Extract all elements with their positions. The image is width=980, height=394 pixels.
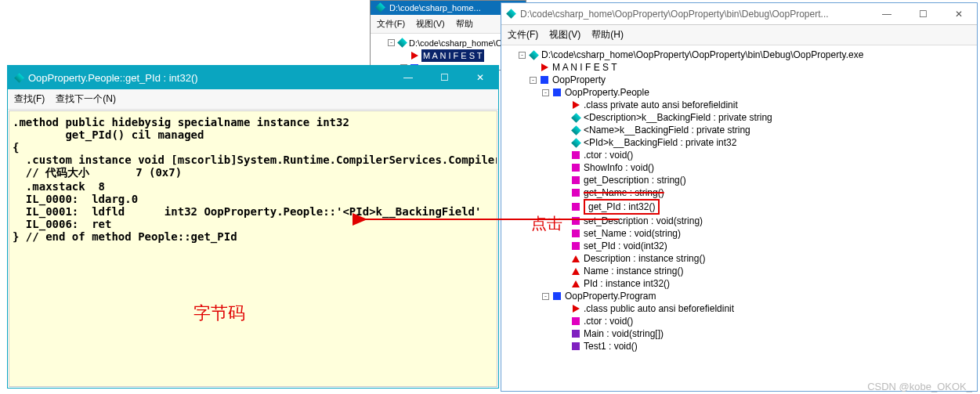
tree-item-member[interactable]: set_Description : void(string)	[584, 215, 703, 227]
class-icon	[553, 89, 561, 96]
tree-toggle[interactable]: -	[530, 77, 537, 84]
tree-item-manifest[interactable]: M A N I F E S T	[421, 49, 484, 62]
cyan-icon	[571, 125, 581, 136]
tree-item-member[interactable]: Main : void(string[])	[584, 327, 664, 340]
menu-help[interactable]: 帮助(H)	[591, 28, 624, 42]
class-icon	[553, 292, 561, 300]
triangle-icon	[541, 63, 548, 71]
tree-item-class-program[interactable]: OopProperty.Program	[565, 290, 656, 302]
tree-item-member[interactable]: .class private auto ansi beforefieldinit	[584, 99, 738, 111]
magenta-icon	[572, 217, 580, 225]
annotation-click: 点击	[531, 213, 562, 234]
menu-view[interactable]: 视图(V)	[549, 28, 580, 42]
tree-item-member[interactable]: Test1 : void()	[584, 340, 638, 352]
red-tri-r-icon	[573, 305, 580, 313]
tree-item-class-people[interactable]: OopProperty.People	[565, 86, 649, 99]
magenta-icon	[572, 176, 580, 184]
window-ildasm-tree: D:\code\csharp_home\OopProperty\OopPrope…	[501, 2, 978, 392]
tree-item-member[interactable]: get_PId : int32()	[584, 199, 660, 215]
maximize-button[interactable]: ☐	[905, 3, 941, 25]
window-il-code: OopProperty.People::get_PId : int32() — …	[7, 65, 499, 389]
red-tri-r-icon	[573, 101, 580, 109]
magenta-icon	[572, 189, 580, 197]
diamond-icon	[529, 50, 539, 60]
menu-file[interactable]: 文件(F)	[377, 18, 405, 30]
cyan-icon	[571, 113, 581, 123]
tree[interactable]: - D:\code\csharp_home\OopProperty\OopPro…	[501, 45, 977, 356]
minimize-button[interactable]: —	[390, 67, 426, 89]
app-icon	[506, 9, 516, 19]
tree-item-member[interactable]: set_Name : void(string)	[584, 227, 681, 240]
tree-item-member[interactable]: ShowInfo : void()	[584, 161, 654, 174]
magenta-icon	[572, 151, 580, 159]
tree-item-member[interactable]: Description : instance string()	[584, 252, 705, 265]
tree-toggle[interactable]: -	[542, 293, 549, 300]
menu-file[interactable]: 文件(F)	[508, 28, 538, 42]
menu-view[interactable]: 视图(V)	[416, 18, 445, 30]
app-icon	[375, 2, 385, 13]
tree-item-member[interactable]: <Description>k__BackingField : private s…	[584, 111, 772, 124]
tree-item-member[interactable]: get_Name : string()	[584, 186, 664, 199]
annotation-bytecode: 字节码	[193, 302, 245, 325]
magenta-icon	[572, 164, 580, 172]
magenta-icon	[572, 230, 580, 237]
red-tri-icon	[572, 268, 580, 275]
tree-item-member[interactable]: Name : instance string()	[584, 265, 683, 277]
menubar: 查找(F) 查找下一个(N)	[8, 89, 498, 110]
window-controls: — ☐ ✕	[390, 67, 498, 89]
tree-toggle[interactable]: -	[519, 52, 526, 59]
menu-findnext[interactable]: 查找下一个(N)	[56, 92, 116, 106]
tree-item-member[interactable]: PId : instance int32()	[584, 277, 670, 290]
window-title: D:\code\csharp_home\OopProperty\OopPrope…	[520, 9, 864, 20]
titlebar[interactable]: OopProperty.People::get_PId : int32() — …	[8, 66, 498, 89]
maximize-button[interactable]: ☐	[426, 67, 462, 89]
app-icon	[14, 73, 24, 83]
minimize-button[interactable]: —	[869, 3, 905, 25]
menu-help[interactable]: 帮助	[456, 18, 473, 30]
tree-item-member[interactable]: set_PId : void(int32)	[584, 240, 667, 252]
diamond-icon	[397, 38, 407, 48]
tree-root[interactable]: D:\code\csharp_home\OopProperty\OopPrope…	[541, 49, 863, 61]
il-code-area[interactable]: .method public hidebysig specialname ins…	[9, 110, 497, 387]
tree-item-member[interactable]: get_Description : string()	[584, 174, 686, 186]
tree-item-member[interactable]: .ctor : void()	[584, 315, 633, 327]
window-title: OopProperty.People::get_PId : int32()	[28, 72, 385, 84]
titlebar[interactable]: D:\code\csharp_home\OopProperty\OopPrope…	[501, 3, 977, 25]
tree-item-member[interactable]: .class public auto ansi beforefieldinit	[584, 302, 734, 315]
purple-icon	[572, 342, 580, 350]
purple-icon	[572, 330, 580, 338]
menubar: 文件(F) 视图(V) 帮助(H)	[501, 25, 977, 45]
tree-item-member[interactable]: .ctor : void()	[584, 149, 633, 161]
cyan-icon	[571, 138, 581, 148]
red-tri-icon	[572, 255, 580, 262]
close-button[interactable]: ✕	[462, 67, 498, 89]
tree-item-manifest[interactable]: M A N I F E S T	[552, 61, 617, 74]
red-tri-icon	[572, 280, 580, 287]
tree-root[interactable]: D:\code\csharp_home\O	[409, 37, 502, 49]
magenta-icon	[572, 203, 580, 211]
tree-toggle[interactable]: -	[542, 89, 549, 96]
triangle-icon	[411, 52, 418, 60]
namespace-icon	[541, 76, 548, 84]
close-button[interactable]: ✕	[941, 3, 977, 25]
window-controls: — ☐ ✕	[869, 3, 977, 25]
tree-item-namespace[interactable]: OopProperty	[552, 74, 606, 86]
tree-item-member[interactable]: <PId>k__BackingField : private int32	[584, 136, 736, 149]
magenta-icon	[572, 317, 580, 325]
menu-find[interactable]: 查找(F)	[14, 92, 45, 106]
watermark: CSDN @kobe_OKOK_	[867, 381, 972, 392]
magenta-icon	[572, 242, 580, 250]
tree-item-member[interactable]: <Name>k__BackingField : private string	[584, 124, 750, 136]
window-title: D:\code\csharp_home...	[389, 3, 481, 13]
tree-toggle[interactable]: -	[388, 39, 395, 46]
